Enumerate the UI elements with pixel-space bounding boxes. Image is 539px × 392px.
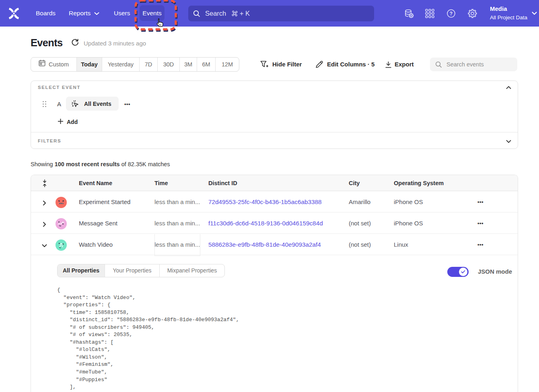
svg-text:?: ? [450,11,453,17]
